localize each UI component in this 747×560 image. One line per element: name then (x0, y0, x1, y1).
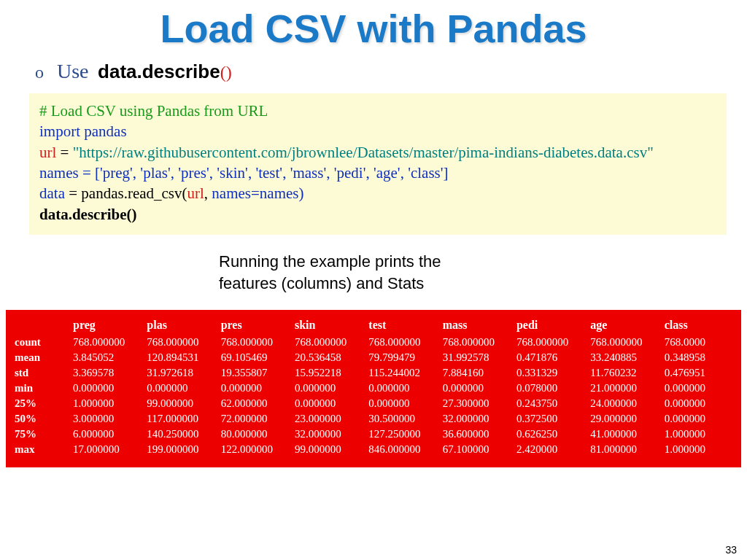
code-names-val: = ['preg', 'plas', 'pres', 'skin', 'test… (79, 164, 449, 182)
code-block: # Load CSV using Pandas from URL import … (29, 93, 727, 235)
stat-cell: 80.000000 (218, 427, 292, 442)
stat-cell: 0.000000 (292, 396, 365, 411)
stat-cell: 122.000000 (218, 442, 292, 457)
code-comma: , (204, 184, 212, 202)
caption-line2: features (columns) and Stats (219, 273, 747, 295)
stats-table: preg plas pres skin test mass pedi age c… (6, 310, 741, 467)
stat-cell: 768.000000 (587, 335, 661, 350)
stat-cell: 2.420000 (514, 442, 587, 457)
stat-cell: 36.600000 (440, 427, 514, 442)
stat-cell: 0.471876 (514, 350, 587, 365)
stat-cell: 768.000000 (292, 335, 365, 350)
stat-cell: 3.369578 (70, 365, 144, 381)
stat-cell: 120.894531 (144, 350, 217, 365)
stat-cell: 67.100000 (440, 442, 514, 457)
row-label: min (12, 381, 70, 396)
bullet-marker: o (35, 63, 44, 82)
stat-cell: 768.000000 (218, 335, 292, 350)
stat-cell: 0.000000 (662, 396, 735, 411)
stats-header-row: preg plas pres skin test mass pedi age c… (12, 317, 735, 335)
stat-cell: 0.000000 (218, 381, 292, 396)
table-row: 75%6.000000140.25000080.00000032.0000001… (12, 427, 735, 442)
stat-cell: 0.331329 (514, 365, 587, 381)
row-label: 50% (12, 411, 70, 427)
stat-cell: 768.000000 (365, 335, 439, 350)
col-header: preg (70, 317, 144, 335)
code-data-var: data (39, 184, 65, 202)
stat-cell: 33.240885 (587, 350, 661, 365)
stat-cell: 0.372500 (514, 411, 587, 427)
code-comment: # Load CSV using Pandas from URL (39, 102, 268, 120)
col-header: test (365, 317, 439, 335)
table-row: std3.36957831.97261819.35580715.95221811… (12, 365, 735, 381)
table-row: max17.000000199.000000122.00000099.00000… (12, 442, 735, 457)
stat-cell: 15.952218 (292, 365, 365, 381)
code-names-var: names (39, 164, 79, 182)
col-header: class (662, 317, 735, 335)
table-row: count768.000000768.000000768.000000768.0… (12, 335, 735, 350)
row-label: std (12, 365, 70, 381)
stat-cell: 1.000000 (662, 427, 735, 442)
bullet-parens: () (220, 63, 232, 82)
caption: Running the example prints the features … (219, 251, 747, 294)
page-number: 33 (725, 544, 737, 556)
stat-cell: 140.250000 (144, 427, 217, 442)
stat-cell: 31.972618 (144, 365, 217, 381)
stat-cell: 29.000000 (587, 411, 661, 427)
stat-cell: 17.000000 (70, 442, 144, 457)
code-url-val: "https://raw.githubusercontent.com/jbrow… (73, 144, 654, 161)
col-header: skin (292, 317, 365, 335)
table-row: min0.0000000.0000000.0000000.0000000.000… (12, 381, 735, 396)
stat-cell: 0.000000 (662, 411, 735, 427)
col-header: mass (440, 317, 514, 335)
table-row: 50%3.000000117.00000072.00000023.0000003… (12, 411, 735, 427)
code-names-arg: names=names) (212, 184, 303, 202)
slide-title: Load CSV with Pandas (0, 0, 747, 51)
stat-cell: 6.000000 (70, 427, 144, 442)
col-header: pedi (514, 317, 587, 335)
bullet-code-text: data.describe (98, 61, 220, 82)
stat-cell: 846.000000 (365, 442, 439, 457)
stat-cell: 199.000000 (144, 442, 217, 457)
stat-cell: 117.000000 (144, 411, 217, 427)
row-label: mean (12, 350, 70, 365)
stat-cell: 768.000000 (70, 335, 144, 350)
bullet-line: o Use data.describe() (0, 60, 747, 83)
stat-cell: 32.000000 (292, 427, 365, 442)
code-describe: data.describe() (39, 206, 137, 223)
stat-cell: 30.500000 (365, 411, 439, 427)
stat-cell: 0.348958 (662, 350, 735, 365)
stat-cell: 0.078000 (514, 381, 587, 396)
stat-cell: 99.000000 (144, 396, 217, 411)
code-import-kw: import (39, 122, 80, 140)
code-eq1: = (56, 144, 72, 161)
col-header: age (587, 317, 661, 335)
stat-cell: 24.000000 (587, 396, 661, 411)
stat-cell: 72.000000 (218, 411, 292, 427)
bullet-use-word: Use (57, 60, 89, 82)
stat-cell: 0.476951 (662, 365, 735, 381)
code-url-arg: url (187, 184, 204, 202)
stat-cell: 69.105469 (218, 350, 292, 365)
row-label: 75% (12, 427, 70, 442)
stat-cell: 7.884160 (440, 365, 514, 381)
stat-cell: 1.000000 (70, 396, 144, 411)
stat-cell: 0.000000 (662, 381, 735, 396)
stat-cell: 31.992578 (440, 350, 514, 365)
stat-cell: 0.000000 (144, 381, 217, 396)
stat-cell: 768.000000 (144, 335, 217, 350)
stat-cell: 19.355807 (218, 365, 292, 381)
stat-cell: 0.000000 (440, 381, 514, 396)
stat-cell: 0.000000 (365, 396, 439, 411)
code-read-call: = pandas.read_csv( (65, 184, 187, 202)
stat-cell: 62.000000 (218, 396, 292, 411)
stat-cell: 23.000000 (292, 411, 365, 427)
stat-cell: 0.243750 (514, 396, 587, 411)
stat-cell: 115.244002 (365, 365, 439, 381)
table-row: mean3.845052120.89453169.10546920.536458… (12, 350, 735, 365)
col-header: pres (218, 317, 292, 335)
stat-cell: 127.250000 (365, 427, 439, 442)
stat-cell: 3.845052 (70, 350, 144, 365)
stat-cell: 32.000000 (440, 411, 514, 427)
stat-cell: 0.626250 (514, 427, 587, 442)
